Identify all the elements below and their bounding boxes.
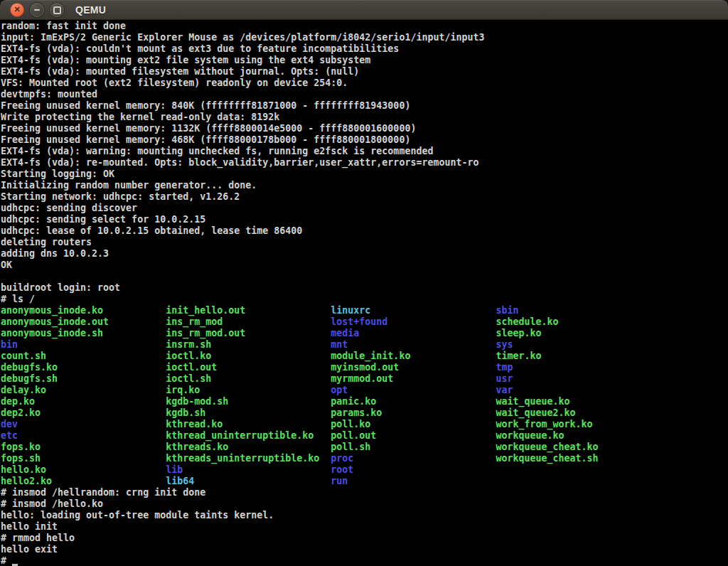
file-entry: ins_rm_mod.out — [166, 328, 331, 339]
file-entry: debugfs.ko — [1, 362, 166, 373]
file-entry: myinsmod.out — [331, 362, 496, 373]
file-entry: count.sh — [1, 351, 166, 362]
console-line: devtmpfs: mounted — [1, 89, 728, 100]
maximize-icon — [53, 6, 61, 14]
file-entry: kthread.ko — [166, 419, 331, 430]
console-line: delay.koirq.kooptvar — [1, 385, 728, 396]
file-entry: lib — [166, 464, 331, 476]
close-button[interactable]: ✕ — [10, 3, 24, 17]
console-line: etckthread_uninterruptible.kopoll.outwor… — [1, 430, 728, 442]
file-entry: kthreads.ko — [166, 442, 331, 453]
file-entry: hello.ko — [1, 464, 166, 476]
qemu-window: ✕ QEMU random: fast init doneinput: ImEx… — [0, 0, 728, 566]
console-line: debugfs.shioctl.shmyrmmod.outusr — [1, 373, 728, 385]
file-entry: timer.ko — [496, 351, 541, 362]
console-line: hello exit — [1, 544, 728, 555]
console-line: EXT4-fs (vda): couldn't mount as ext3 du… — [1, 43, 728, 55]
file-entry: ioctl.ko — [166, 351, 331, 362]
file-entry: lib64 — [166, 476, 331, 487]
file-entry: kgdb-mod.sh — [166, 396, 331, 407]
file-entry: bin — [1, 339, 166, 351]
file-entry: opt — [331, 385, 496, 396]
console-line: Write protecting the kernel read-only da… — [1, 112, 728, 123]
file-entry: mnt — [331, 339, 496, 351]
console-line: anonymous_inode.shins_rm_mod.outmediasle… — [1, 328, 728, 339]
file-entry: wait_queue.ko — [496, 396, 569, 407]
minimize-button[interactable] — [30, 3, 44, 17]
file-entry: var — [496, 385, 513, 396]
console-line: EXT4-fs (vda): warning: mounting uncheck… — [1, 146, 728, 157]
console-line: devkthread.kopoll.kowork_from_work.ko — [1, 419, 728, 430]
console-line: anonymous_inode.outins_rm_modlost+founds… — [1, 316, 728, 328]
file-entry: sbin — [496, 305, 518, 316]
file-entry: anonymous_inode.out — [1, 316, 166, 328]
console-line: # — [1, 555, 728, 566]
file-entry: panic.ko — [331, 396, 496, 407]
console-line: hello: loading out-of-tree module taints… — [1, 510, 728, 521]
file-entry: linuxrc — [331, 305, 496, 316]
file-entry: media — [331, 328, 496, 339]
file-entry: work_from_work.ko — [496, 419, 592, 430]
file-entry: module_init.ko — [331, 351, 496, 362]
file-entry: insrm.sh — [166, 339, 331, 351]
terminal-cursor — [12, 556, 18, 566]
file-entry: workqueue_cheat.ko — [496, 442, 598, 453]
file-entry: ioctl.sh — [166, 373, 331, 385]
file-entry: tmp — [496, 362, 513, 373]
file-entry: delay.ko — [1, 385, 166, 396]
console-line: hello.kolibroot — [1, 464, 728, 476]
console-line: # insmod /hellrandom: crng init done — [1, 487, 728, 498]
console-line: Freeing unused kernel memory: 468K (ffff… — [1, 134, 728, 146]
console-line: OK — [1, 260, 728, 271]
file-entry: myrmmod.out — [331, 373, 496, 385]
console-screen[interactable]: random: fast init doneinput: ImExPS/2 Ge… — [0, 20, 728, 566]
file-entry: params.ko — [331, 407, 496, 419]
file-entry: poll.out — [331, 430, 496, 442]
minimize-icon — [34, 9, 40, 11]
file-entry: irq.ko — [166, 385, 331, 396]
file-entry: poll.sh — [331, 442, 496, 453]
console-line: deleting routers — [1, 237, 728, 248]
file-entry: schedule.ko — [496, 316, 558, 328]
console-line: debugfs.koioctl.outmyinsmod.outtmp — [1, 362, 728, 373]
file-entry: kthreads_uninterruptible.ko — [166, 453, 331, 464]
console-line: EXT4-fs (vda): mounting ext2 file system… — [1, 55, 728, 66]
file-entry: etc — [1, 430, 166, 442]
console-line: Initializing random number generator... … — [1, 180, 728, 191]
file-entry: lost+found — [331, 316, 496, 328]
console-line: udhcpc: sending select for 10.0.2.15 — [1, 214, 728, 225]
console-line: dep2.kokgdb.shparams.kowait_queue2.ko — [1, 407, 728, 419]
console-line: EXT4-fs (vda): re-mounted. Opts: block_v… — [1, 157, 728, 169]
console-line: Starting network: udhcpc: started, v1.26… — [1, 191, 728, 203]
file-entry: sys — [496, 339, 513, 351]
console-line: udhcpc: lease of 10.0.2.15 obtained, lea… — [1, 225, 728, 237]
console-line: # insmod /hello.ko — [1, 498, 728, 510]
file-entry: hello2.ko — [1, 476, 166, 487]
file-entry: workqueue_cheat.sh — [496, 453, 598, 464]
file-entry: dep2.ko — [1, 407, 166, 419]
file-entry: kgdb.sh — [166, 407, 331, 419]
console-line: Freeing unused kernel memory: 840K (ffff… — [1, 100, 728, 112]
console-line: # ls / — [1, 294, 728, 305]
console-line: fops.shkthreads_uninterruptible.koprocwo… — [1, 453, 728, 464]
file-entry: sleep.ko — [496, 328, 541, 339]
file-entry: proc — [331, 453, 496, 464]
console-line: Freeing unused kernel memory: 1132K (fff… — [1, 123, 728, 134]
console-line: VFS: Mounted root (ext2 filesystem) read… — [1, 78, 728, 89]
file-entry: kthread_uninterruptible.ko — [166, 430, 331, 442]
console-line: udhcpc: sending discover — [1, 203, 728, 214]
file-entry: workqueue.ko — [496, 430, 564, 442]
file-entry: dev — [1, 419, 166, 430]
file-entry: dep.ko — [1, 396, 166, 407]
file-entry: fops.ko — [1, 442, 166, 453]
console-line — [1, 271, 728, 282]
file-entry: anonymous_inode.sh — [1, 328, 166, 339]
maximize-button[interactable] — [50, 3, 64, 17]
console-line: # rmmod hello — [1, 533, 728, 544]
console-line: EXT4-fs (vda): mounted filesystem withou… — [1, 66, 728, 78]
window-titlebar[interactable]: ✕ QEMU — [0, 0, 728, 20]
console-line: dep.kokgdb-mod.shpanic.kowait_queue.ko — [1, 396, 728, 407]
file-entry: fops.sh — [1, 453, 166, 464]
console-line: anonymous_inode.koinit_hello.outlinuxrcs… — [1, 305, 728, 316]
file-entry: anonymous_inode.ko — [1, 305, 166, 316]
